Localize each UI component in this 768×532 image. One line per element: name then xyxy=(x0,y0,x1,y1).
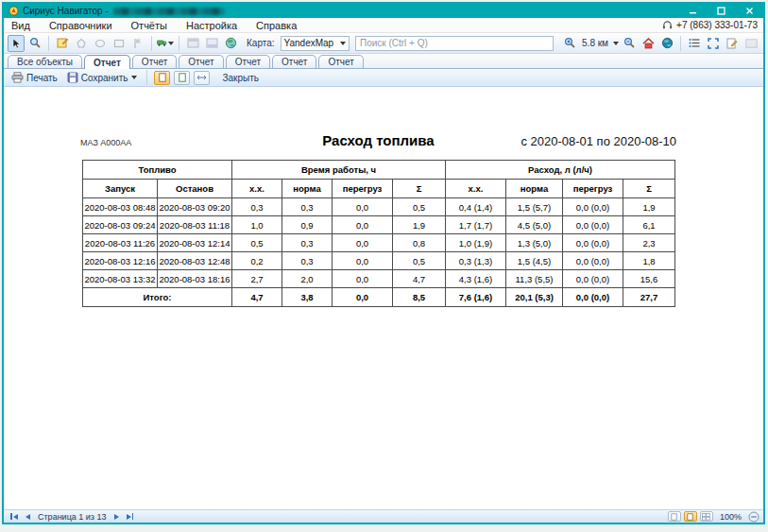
first-page-button[interactable] xyxy=(8,511,21,522)
app-window: Сириус Навигатор - Вид Справочники Отчёт… xyxy=(2,2,765,524)
vehicle-icon xyxy=(157,38,167,48)
tab-report[interactable]: Отчет xyxy=(179,55,223,68)
search-input[interactable] xyxy=(355,36,554,51)
first-page-icon xyxy=(10,513,12,520)
zoom-level: 100% xyxy=(720,512,742,522)
table-body: 2020-08-03 08:482020-08-03 09:200,30,30,… xyxy=(83,198,675,288)
zoom-minus-icon[interactable] xyxy=(748,511,759,523)
save-button[interactable]: Сохранить xyxy=(64,71,141,84)
view-fit-page-button[interactable] xyxy=(174,71,190,85)
close-report-button[interactable]: Закрыть xyxy=(219,72,262,84)
table-cell: 0,9 xyxy=(282,216,333,234)
window-title: Сириус Навигатор - xyxy=(23,6,109,16)
fit-width-icon xyxy=(196,74,207,81)
tab-report-active[interactable]: Отчет xyxy=(84,55,130,69)
menubar: Вид Справочники Отчёты Настройка Справка… xyxy=(4,18,763,33)
map-edit-icon xyxy=(57,37,69,49)
table-cell: 0,8 xyxy=(393,234,446,252)
menu-reports[interactable]: Отчёты xyxy=(129,20,169,31)
tab-report[interactable]: Отчет xyxy=(226,55,270,68)
vehicle-button[interactable] xyxy=(157,35,174,52)
view-page-layout-button[interactable] xyxy=(684,511,697,522)
menu-settings[interactable]: Настройка xyxy=(184,20,239,31)
minimize-button[interactable] xyxy=(678,4,707,18)
table-row: 2020-08-03 13:322020-08-03 18:162,72,00,… xyxy=(83,270,675,288)
chevron-down-icon xyxy=(168,42,174,45)
zoom-out-button[interactable] xyxy=(621,35,638,52)
prev-page-button[interactable] xyxy=(21,511,34,522)
toolbar-separator xyxy=(146,70,147,85)
map-edit-button[interactable] xyxy=(54,35,71,52)
home-button[interactable] xyxy=(640,35,657,52)
tab-report[interactable]: Отчет xyxy=(318,55,363,68)
tab-all-objects[interactable]: Все объекты xyxy=(8,55,82,68)
globe-button[interactable] xyxy=(222,35,239,52)
table-cell: 0,2 xyxy=(232,252,282,270)
image-icon xyxy=(745,39,758,48)
map-search-button[interactable] xyxy=(26,35,43,52)
close-button[interactable] xyxy=(735,4,763,18)
chevron-down-icon xyxy=(613,42,619,45)
save-label: Сохранить xyxy=(81,73,128,83)
view-single-page-button[interactable] xyxy=(154,71,170,85)
flag-tool-button[interactable] xyxy=(129,35,146,52)
main-toolbar: Карта: YandexMap 5.8 км xyxy=(4,33,763,54)
view-normal-button[interactable] xyxy=(668,511,681,522)
col-norm-fuel: норма xyxy=(506,180,563,198)
table-cell: 1,5 (4,5) xyxy=(506,252,563,270)
report-page: МАЗ А000АА Расход топлива с 2020-08-01 п… xyxy=(80,132,676,307)
total-cell: 27,7 xyxy=(623,288,675,307)
menu-directories[interactable]: Справочники xyxy=(47,20,114,31)
table-cell: 2020-08-03 08:48 xyxy=(83,198,158,216)
maximize-button[interactable] xyxy=(707,4,735,18)
table-cell: 2020-08-03 18:16 xyxy=(158,270,232,288)
view-multipage-button[interactable] xyxy=(700,511,713,522)
map-scale-value[interactable]: 5.8 км xyxy=(582,38,608,48)
vehicle-name: МАЗ А000АА xyxy=(80,138,131,147)
last-page-button[interactable] xyxy=(123,511,136,522)
menu-help[interactable]: Справка xyxy=(254,20,299,31)
save-icon xyxy=(67,72,78,83)
edit-note-button[interactable] xyxy=(724,35,741,52)
chevron-down-icon xyxy=(340,42,346,45)
panel-layout-button[interactable] xyxy=(184,35,201,52)
toolbar-separator xyxy=(179,36,179,51)
titlebar: Сириус Навигатор - xyxy=(4,4,763,18)
print-button[interactable]: Печать xyxy=(9,71,60,84)
menu-view[interactable]: Вид xyxy=(9,20,32,31)
image-button[interactable] xyxy=(742,35,759,52)
world-map-button[interactable] xyxy=(658,35,675,52)
table-cell: 2020-08-03 09:20 xyxy=(158,198,232,216)
circle-tool-button[interactable] xyxy=(92,35,109,52)
toolbar-separator xyxy=(151,36,152,51)
zoom-in-button[interactable] xyxy=(561,35,578,52)
tab-report[interactable]: Отчет xyxy=(132,55,177,68)
last-page-icon xyxy=(127,514,131,520)
maximize-icon xyxy=(717,7,725,15)
table-cell: 1,0 xyxy=(232,216,282,234)
pointer-tool-button[interactable] xyxy=(8,35,25,52)
polygon-tool-button[interactable] xyxy=(73,35,90,52)
table-cell: 0,0 xyxy=(333,216,393,234)
table-group-header-row: Топливо Время работы, ч Расход, л (л/ч) xyxy=(83,161,675,180)
table-cell: 6,1 xyxy=(623,216,675,234)
rect-tool-button[interactable] xyxy=(111,35,128,52)
next-page-button[interactable] xyxy=(110,511,123,522)
report-toolbar: Печать Сохранить Закрыть xyxy=(4,69,763,87)
object-list-button[interactable] xyxy=(686,35,703,52)
close-report-label: Закрыть xyxy=(222,73,259,83)
tab-report[interactable]: Отчет xyxy=(272,55,316,68)
table-cell: 2,0 xyxy=(282,270,333,288)
table-cell: 0,3 xyxy=(282,198,333,216)
group-consumption: Расход, л (л/ч) xyxy=(446,161,675,180)
map-select[interactable]: YandexMap xyxy=(281,36,350,51)
fit-selection-button[interactable] xyxy=(705,35,722,52)
fuel-report-table: Топливо Время работы, ч Расход, л (л/ч) … xyxy=(82,160,675,307)
panel-split-button[interactable] xyxy=(203,35,220,52)
table-cell: 2020-08-03 12:48 xyxy=(158,252,232,270)
map-select-value: YandexMap xyxy=(284,38,334,48)
zoom-in-icon xyxy=(564,37,576,49)
table-cell: 0,0 (0,0) xyxy=(563,234,623,252)
view-fit-width-button[interactable] xyxy=(194,71,210,85)
globe-icon xyxy=(225,37,237,49)
